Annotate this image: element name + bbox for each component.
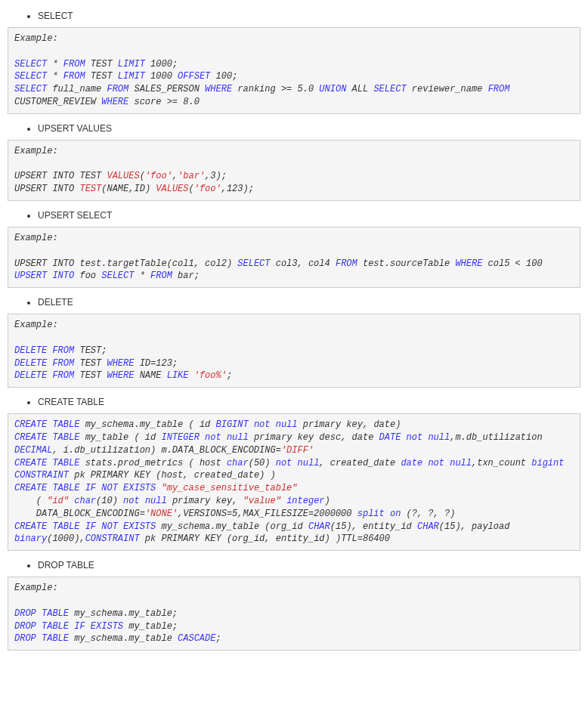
codebox-drop-table: Example: DROP TABLE my_schema.my_table; … <box>8 577 580 651</box>
codebox-create-table: CREATE TABLE my_schema.my_table ( id BIG… <box>8 413 580 551</box>
section-bullet-select: SELECT <box>8 11 580 21</box>
section-bullet-upsert-select: UPSERT SELECT <box>8 210 580 221</box>
section-title-create-table: CREATE TABLE <box>38 397 580 407</box>
codebox-upsert-values: Example: UPSERT INTO TEST VALUES('foo','… <box>8 140 580 201</box>
section-bullet-drop-table: DROP TABLE <box>8 560 580 570</box>
example-label: Example: <box>14 33 58 44</box>
section-bullet-upsert-values: UPSERT VALUES <box>8 123 580 134</box>
codebox-upsert-select: Example: UPSERT INTO test.targetTable(co… <box>8 227 580 288</box>
example-label: Example: <box>14 583 58 593</box>
section-bullet-delete: DELETE <box>8 297 580 308</box>
codebox-delete: Example: DELETE FROM TEST; DELETE FROM T… <box>8 314 580 388</box>
example-label: Example: <box>14 233 58 243</box>
example-label: Example: <box>14 320 58 330</box>
codebox-select: Example: SELECT * FROM TEST LIMIT 1000; … <box>8 27 580 114</box>
example-label: Example: <box>14 146 58 156</box>
section-bullet-create-table: CREATE TABLE <box>8 397 580 407</box>
section-title-select: SELECT <box>38 11 580 21</box>
section-title-drop-table: DROP TABLE <box>38 560 580 570</box>
section-title-upsert-select: UPSERT SELECT <box>38 210 580 221</box>
section-title-delete: DELETE <box>38 297 580 308</box>
section-title-upsert-values: UPSERT VALUES <box>38 123 580 134</box>
